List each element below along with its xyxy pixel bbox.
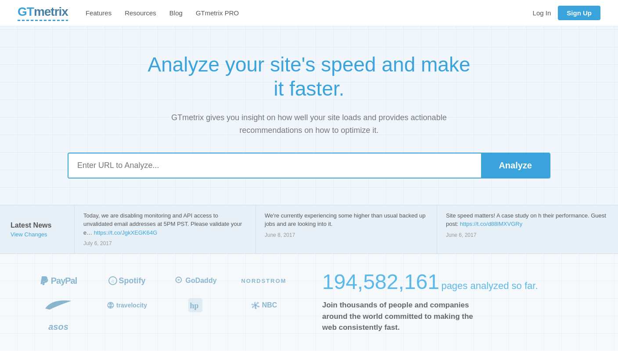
brand-nike — [26, 297, 90, 313]
stats-section: 194,582,161 pages analyzed so far. Join … — [296, 271, 592, 333]
nav-auth: Log In Sign Up — [533, 6, 600, 20]
brand-travelocity: travelocity — [95, 297, 159, 313]
analyze-button[interactable]: Analyze — [481, 153, 550, 178]
news-item-3: Site speed matters! A case study on h th… — [437, 205, 618, 254]
url-input[interactable] — [68, 153, 481, 178]
news-bar: Latest News View Changes Today, we are d… — [0, 205, 618, 254]
hero-heading: Analyze your site's speed and make it fa… — [142, 53, 476, 101]
hero-section: Analyze your site's speed and make it fa… — [0, 26, 618, 205]
brand-spotify: ♫ Spotify — [95, 273, 159, 289]
brand-nbc: NBC — [232, 297, 296, 313]
logo-underline — [18, 20, 68, 21]
brand-godaddy: GoDaddy — [163, 273, 227, 289]
news-date-1: July 6, 2017 — [83, 239, 247, 247]
news-text-2: We're currently experiencing some higher… — [265, 212, 425, 228]
stats-number-line: 194,582,161 pages analyzed so far. — [322, 271, 592, 293]
logo-gt: GT — [18, 5, 34, 18]
view-changes-link[interactable]: View Changes — [11, 231, 64, 238]
nav-features[interactable]: Features — [86, 9, 111, 17]
svg-text:hp: hp — [190, 301, 198, 310]
brands-stats-section: PayPal ♫ Spotify GoDaddy NORDSTROM tr — [0, 254, 618, 351]
brand-nordstrom: NORDSTROM — [232, 273, 296, 289]
hero-subtext: GTmetrix gives you insight on how well y… — [160, 111, 458, 137]
signup-button[interactable]: Sign Up — [558, 6, 600, 20]
news-item-2: We're currently experiencing some higher… — [256, 205, 437, 254]
nav-pro[interactable]: GTmetrix PRO — [196, 9, 239, 17]
logo-metrix: metrix — [34, 5, 68, 18]
news-item-1: Today, we are disabling monitoring and A… — [75, 205, 256, 254]
stats-number: 194,582,161 — [322, 270, 439, 293]
login-link[interactable]: Log In — [533, 9, 551, 17]
brand-asos: asos — [26, 322, 90, 332]
news-date-2: June 8, 2017 — [265, 231, 428, 239]
news-link-3[interactable]: https://t.co/d88lMXVGRy — [460, 221, 522, 227]
nav-links: Features Resources Blog GTmetrix PRO — [86, 9, 533, 17]
news-link-1[interactable]: https://t.co/JgkXEGK64G — [94, 229, 158, 236]
logo-link[interactable]: GTmetrix — [18, 5, 68, 21]
brand-hp: hp — [163, 297, 227, 313]
news-title: Latest News — [11, 221, 64, 229]
stats-description: Join thousands of people and companies a… — [322, 300, 489, 333]
news-items-container: Today, we are disabling monitoring and A… — [75, 205, 618, 254]
brands-grid: PayPal ♫ Spotify GoDaddy NORDSTROM tr — [26, 273, 296, 332]
brand-paypal: PayPal — [26, 273, 90, 289]
stats-pages-label: pages analyzed so far. — [441, 280, 538, 291]
news-label-section: Latest News View Changes — [0, 205, 75, 254]
nav-resources[interactable]: Resources — [125, 9, 156, 17]
main-nav: GTmetrix Features Resources Blog GTmetri… — [0, 0, 618, 26]
news-date-3: June 6, 2017 — [446, 231, 609, 239]
url-search-bar: Analyze — [68, 153, 550, 178]
nav-blog[interactable]: Blog — [169, 9, 183, 17]
svg-point-6 — [254, 304, 257, 307]
